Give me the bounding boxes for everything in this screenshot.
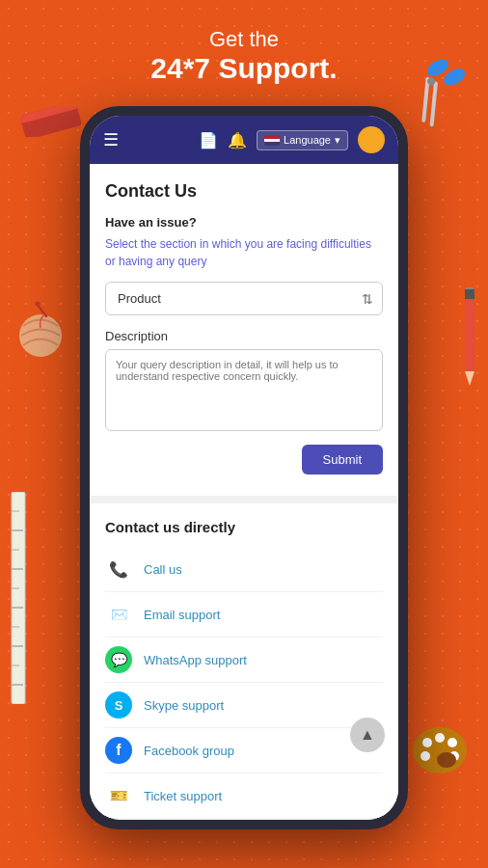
skype-icon: S: [105, 692, 132, 719]
header-text: Get the 24*7 Support.: [150, 27, 337, 84]
whatsapp-label: WhatsApp support: [144, 653, 247, 667]
hamburger-menu-button[interactable]: ☰: [103, 129, 119, 150]
phone-frame: ☰ 📄 🔔 Language ▾ Contact Us Have an issu…: [80, 106, 408, 829]
header-line1: Get the: [150, 27, 337, 52]
issue-title: Have an issue?: [105, 215, 383, 230]
navbar-icons: 📄 🔔 Language ▾: [199, 126, 385, 153]
issue-desc-part1: Select the section in which you are faci…: [105, 237, 320, 251]
document-icon[interactable]: 📄: [199, 131, 218, 149]
scissors-decoration: [392, 48, 478, 135]
phone-screen: ☰ 📄 🔔 Language ▾ Contact Us Have an issu…: [90, 116, 398, 820]
svg-point-9: [36, 302, 41, 307]
whatsapp-icon: 💬: [105, 646, 132, 673]
bell-icon[interactable]: 🔔: [228, 131, 247, 149]
svg-rect-14: [12, 492, 25, 704]
contact-item-call[interactable]: 📞 Call us: [105, 547, 383, 592]
contact-item-ticket[interactable]: 🎫 Ticket support: [105, 773, 383, 819]
direct-contact-title: Contact us directly: [105, 519, 383, 535]
us-flag-icon: [264, 135, 280, 146]
email-icon: ✉️: [105, 601, 132, 628]
app-content: Contact Us Have an issue? Select the sec…: [90, 164, 398, 820]
svg-point-27: [435, 733, 445, 743]
facebook-label: Facebook group: [144, 744, 234, 758]
brick-decoration: [17, 106, 75, 133]
svg-rect-10: [465, 289, 474, 371]
description-textarea[interactable]: [105, 349, 383, 431]
user-avatar[interactable]: [358, 126, 385, 153]
svg-point-28: [447, 738, 457, 747]
svg-point-31: [437, 752, 456, 768]
svg-point-30: [420, 751, 430, 761]
phone-icon: 📞: [105, 556, 132, 583]
svg-rect-13: [466, 287, 474, 289]
svg-line-2: [407, 79, 445, 121]
contact-item-skype[interactable]: S Skype support: [105, 683, 383, 728]
issue-description: Select the section in which you are faci…: [105, 235, 383, 270]
facebook-icon: f: [105, 737, 132, 764]
scroll-up-fab[interactable]: ▲: [350, 718, 385, 752]
language-label: Language: [284, 134, 331, 146]
ticket-label: Ticket support: [144, 789, 222, 803]
description-label: Description: [105, 329, 383, 343]
email-label: Email support: [144, 608, 220, 622]
svg-point-26: [422, 738, 432, 747]
palette-decoration: [406, 714, 469, 776]
svg-marker-11: [465, 371, 474, 386]
language-selector[interactable]: Language ▾: [257, 130, 348, 150]
issue-desc-part2: or having any query: [105, 255, 206, 268]
contact-item-email[interactable]: ✉️ Email support: [105, 592, 383, 637]
dropdown-arrow-icon: ▾: [335, 134, 340, 147]
contact-us-title: Contact Us: [105, 181, 383, 202]
direct-contact-section: Contact us directly 📞 Call us ✉️ Email s…: [90, 503, 398, 820]
call-label: Call us: [144, 562, 182, 577]
ticket-icon: 🎫: [105, 782, 132, 809]
contact-us-section: Contact Us Have an issue? Select the sec…: [90, 164, 398, 496]
skype-label: Skype support: [144, 698, 224, 713]
ruler-decoration: [10, 492, 27, 704]
app-navbar: ☰ 📄 🔔 Language ▾: [90, 116, 398, 164]
header-line2: 24*7 Support.: [150, 52, 337, 84]
contact-item-whatsapp[interactable]: 💬 WhatsApp support: [105, 637, 383, 683]
pencil-decoration: [463, 280, 476, 386]
svg-rect-12: [465, 289, 474, 299]
section-select-wrapper: Product Order Shipping Returns Payment O…: [105, 282, 383, 315]
submit-button[interactable]: Submit: [302, 445, 383, 475]
submit-row: Submit: [105, 445, 383, 475]
section-select[interactable]: Product Order Shipping Returns Payment O…: [105, 282, 383, 315]
yarn-decoration: [10, 299, 68, 362]
issue-desc-highlight: difficulties: [320, 237, 370, 251]
contact-item-facebook[interactable]: f Facebook group: [105, 728, 383, 773]
svg-line-3: [415, 83, 452, 124]
section-divider: [90, 496, 398, 503]
